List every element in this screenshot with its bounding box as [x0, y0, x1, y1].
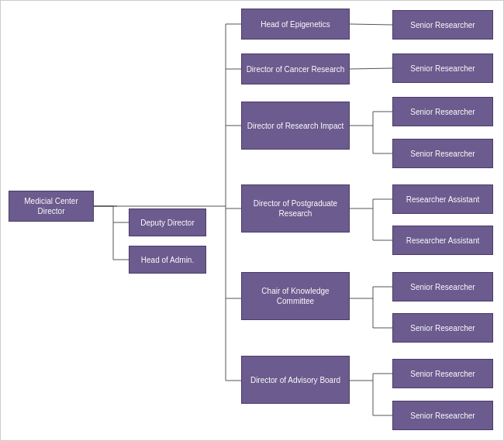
head-of-admin-node: Head of Admin. [129, 246, 206, 274]
svg-line-13 [350, 24, 392, 25]
deputy-director-node: Deputy Director [129, 208, 206, 236]
sr-impact2-node: Senior Researcher [392, 139, 493, 168]
svg-line-14 [350, 68, 392, 69]
medical-center-director-node: Medicial Center Director [9, 191, 94, 222]
ra-post2-node: Researcher Assistant [392, 226, 493, 255]
sr-adv1-node: Senior Researcher [392, 359, 493, 388]
director-postgraduate-node: Director of Postgraduate Research [241, 184, 350, 233]
org-chart: Medicial Center Director Deputy Director… [0, 0, 504, 441]
ra-post1-node: Researcher Assistant [392, 184, 493, 214]
director-advisory-node: Director of Advisory Board [241, 356, 350, 404]
director-research-impact-node: Director of Research Impact [241, 102, 350, 150]
sr-know1-node: Senior Researcher [392, 272, 493, 301]
director-cancer-node: Director of Cancer Research [241, 53, 350, 84]
sr-impact1-node: Senior Researcher [392, 97, 493, 126]
head-of-epigenetics-node: Head of Epigenetics [241, 9, 350, 40]
sr-epigenetics-node: Senior Researcher [392, 10, 493, 40]
chair-knowledge-node: Chair of Knowledge Committee [241, 272, 350, 320]
sr-know2-node: Senior Researcher [392, 313, 493, 343]
sr-cancer-node: Senior Researcher [392, 53, 493, 83]
sr-adv2-node: Senior Researcher [392, 401, 493, 430]
